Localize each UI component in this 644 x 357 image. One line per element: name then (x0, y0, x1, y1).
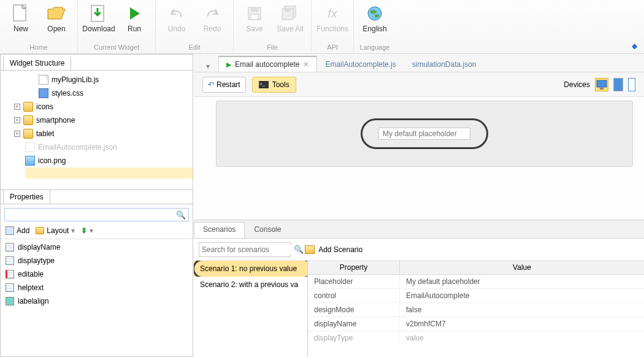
svg-rect-4 (251, 14, 258, 20)
prop-displayname[interactable]: displayName (1, 240, 193, 254)
restart-icon: ↶ (208, 80, 214, 89)
download-icon (89, 4, 109, 23)
ribbon-group-file: Save Save All File (234, 0, 312, 53)
undo-icon (167, 4, 186, 23)
prop-displaytype[interactable]: displaytype (1, 254, 193, 267)
device-tablet-button[interactable] (613, 78, 623, 91)
ribbon-group-language: English Language (354, 0, 396, 53)
undo-button[interactable]: Undo (161, 2, 193, 34)
sort-button[interactable]: ⬍▾ (81, 226, 93, 235)
run-button[interactable]: Run (118, 2, 150, 34)
fx-icon: fx (323, 4, 342, 23)
file-icon-png[interactable]: icon.png (25, 154, 193, 167)
table-row[interactable]: displayTypevalue (308, 331, 644, 342)
tab-simulationdata-json[interactable]: simulationData.json (404, 56, 485, 72)
layout-button[interactable]: Layout▾ (36, 226, 75, 235)
scenario-properties-grid: Property Value PlaceholderMy default pla… (308, 261, 644, 357)
bottom-tab-scenarios[interactable]: Scenarios (194, 222, 245, 238)
prop-editable[interactable]: editable (1, 267, 193, 281)
redo-button[interactable]: Redo (196, 2, 228, 34)
file-mypluginlib[interactable]: myPluginLib.js (25, 73, 193, 86)
search-icon[interactable]: 🔍 (176, 210, 186, 220)
ribbon-group-current-widget: Download Run Current Widget (78, 0, 156, 53)
widget-structure-tab[interactable]: Widget Structure (3, 56, 71, 71)
scenario-search[interactable]: 🔍 (199, 242, 291, 257)
functions-button[interactable]: fx Functions (316, 2, 348, 34)
json-file-icon (25, 142, 35, 152)
save-icon (245, 4, 264, 23)
play-icon (125, 4, 144, 23)
bottom-tab-console[interactable]: Console (245, 222, 290, 238)
prop-helptext[interactable]: helptext (1, 281, 193, 294)
properties-search[interactable]: 🔍 (4, 208, 189, 221)
file-styles[interactable]: styles.css (25, 86, 193, 100)
image-file-icon (25, 156, 35, 166)
selected-placeholder-row[interactable] (25, 167, 193, 178)
table-row[interactable]: controlEmailAutocomplete (308, 289, 644, 303)
save-all-button[interactable]: Save All (274, 2, 306, 34)
open-button[interactable]: Open (40, 2, 72, 34)
scenario-search-input[interactable] (202, 245, 294, 254)
ribbon-group-api: fx Functions API (312, 0, 354, 53)
tools-button[interactable]: Tools (252, 77, 296, 93)
new-button[interactable]: New (5, 2, 37, 34)
chevron-down-icon: ▾ (71, 226, 75, 235)
folder-icons[interactable]: +icons (25, 100, 193, 113)
folder-icon (36, 227, 44, 234)
close-icon[interactable]: ✕ (303, 60, 309, 69)
expand-icon[interactable]: + (14, 117, 20, 123)
table-row[interactable]: PlaceholderMy default placeholder (308, 275, 644, 289)
expand-icon[interactable]: + (14, 104, 20, 110)
ribbon-group-edit: Undo Redo Edit (156, 0, 234, 53)
tab-email-autocomplete[interactable]: ▶Email autocomplete✕ (218, 56, 317, 72)
css-file-icon (39, 88, 48, 98)
folder-tablet[interactable]: +tablet (25, 127, 193, 140)
table-row[interactable]: displayNamev2bmhfCM7 (308, 317, 644, 331)
bottom-panel: Scenarios Console 🔍 | Add Scenario Scena… (194, 220, 644, 357)
prop-labelalign[interactable]: labelalign (1, 294, 193, 308)
properties-panel: Properties 🔍 Add Layout▾ ⬍▾ displayName … (1, 190, 193, 356)
folder-icon (23, 115, 33, 125)
pin-icon[interactable]: ◆ (632, 42, 640, 50)
properties-tab[interactable]: Properties (3, 190, 50, 204)
tabs-dropdown[interactable]: ▾ (202, 61, 213, 72)
device-phone-button[interactable] (628, 78, 635, 91)
properties-search-input[interactable] (7, 210, 176, 219)
terminal-icon (259, 81, 269, 88)
restart-button[interactable]: ↶Restart (202, 77, 246, 93)
table-row[interactable]: designModefalse (308, 303, 644, 317)
devices-switcher: Devices (564, 78, 635, 91)
grid-header-property: Property (308, 261, 400, 274)
globe-icon (365, 4, 385, 23)
download-button[interactable]: Download (83, 2, 115, 34)
preview-canvas (216, 101, 633, 167)
redo-icon (202, 4, 222, 23)
email-autocomplete-input[interactable] (378, 128, 470, 140)
tab-emailautocomplete-js[interactable]: EmailAutocomplete.js (317, 56, 404, 72)
file-emailautocomplete-json[interactable]: EmailAutocomplete.json (25, 140, 193, 154)
expand-icon[interactable]: + (14, 131, 20, 137)
folder-smartphone[interactable]: +smartphone (25, 113, 193, 127)
sort-icon: ⬍ (81, 226, 87, 235)
device-desktop-button[interactable] (595, 78, 608, 91)
file-icon (11, 4, 31, 23)
add-scenario-button[interactable]: Add Scenario (305, 245, 362, 254)
scenario-icon (305, 245, 315, 254)
add-property-button[interactable]: Add (6, 226, 29, 235)
devices-label: Devices (564, 80, 590, 89)
language-button[interactable]: English (359, 2, 391, 34)
svg-rect-7 (285, 9, 291, 12)
property-icon (6, 270, 14, 278)
play-icon: ▶ (226, 61, 231, 69)
add-icon (6, 226, 14, 235)
simulation-toolbar: ↶Restart Tools Devices (194, 72, 644, 97)
property-icon (6, 256, 14, 265)
save-button[interactable]: Save (239, 2, 270, 34)
property-list: displayName displaytype editable helptex… (1, 239, 193, 309)
svg-rect-9 (597, 80, 607, 87)
property-icon (6, 283, 14, 292)
ribbon: New Open Home Download Run Current Widge… (0, 0, 644, 54)
folder-icon (23, 102, 33, 112)
scenario-2[interactable]: Scenario 2: with a previous va (194, 277, 307, 293)
scenario-1[interactable]: Scenario 1: no previous value (194, 261, 307, 277)
